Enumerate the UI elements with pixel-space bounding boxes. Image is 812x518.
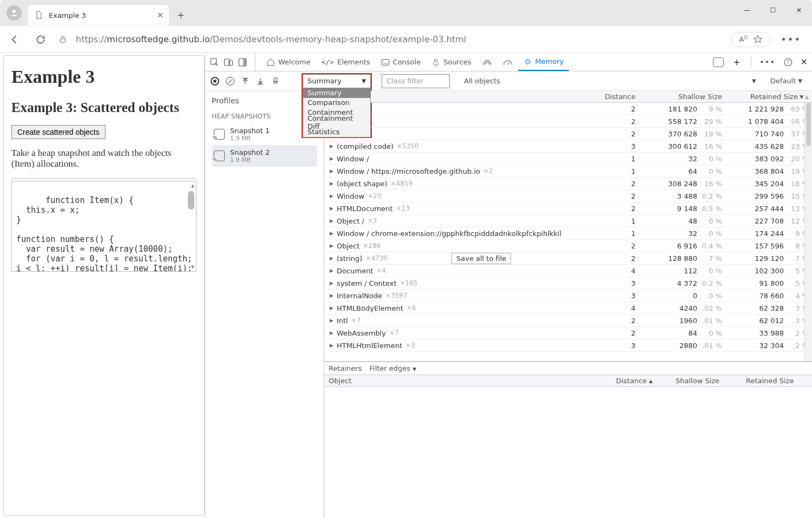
code-textarea[interactable]: function Item(x) { this.x = x; } functio… — [11, 181, 197, 272]
ret-col-object[interactable]: Object — [324, 377, 612, 385]
ret-col-shallow[interactable]: Shallow Size — [671, 377, 742, 385]
filter-edges-select[interactable]: Filter edges ▼ — [369, 364, 416, 372]
expand-icon[interactable]: ▶ — [330, 168, 333, 174]
record-icon[interactable] — [211, 77, 219, 86]
retainers-tab[interactable]: Retainers — [329, 364, 362, 372]
scrollbar-thumb[interactable] — [188, 191, 194, 209]
back-button[interactable] — [6, 31, 23, 48]
heap-row[interactable]: ▶HTMLHtmlElement×332880.01 %32 3042 % — [324, 339, 812, 352]
heap-row[interactable]: ▶HTMLBodyElement×644240.02 %62 3283 % — [324, 302, 812, 314]
tab-console[interactable]: Console — [376, 53, 427, 71]
expand-icon[interactable]: ▶ — [330, 318, 333, 323]
expand-icon[interactable]: ▶ — [330, 243, 333, 248]
perspective-select[interactable]: Default ▼ — [766, 77, 807, 85]
tab-welcome[interactable]: Welcome — [261, 53, 316, 71]
download-icon[interactable] — [256, 77, 265, 86]
scroll-up-icon[interactable]: ▲ — [191, 182, 194, 189]
expand-icon[interactable]: ▶ — [330, 181, 333, 186]
expand-icon[interactable]: ▶ — [330, 218, 333, 224]
more-icon[interactable]: ••• — [781, 34, 801, 45]
new-tab-button[interactable]: ＋ — [171, 8, 191, 22]
browser-tab[interactable]: Example 3 ✕ — [28, 5, 169, 25]
url-field[interactable]: https://microsoftedge.github.io/Demos/de… — [58, 34, 717, 44]
view-select[interactable]: Summary ▼ — [303, 74, 371, 88]
col-retained-size[interactable]: Retained Size ▼▲ — [725, 93, 812, 101]
dock-icon[interactable] — [238, 57, 247, 67]
gc-icon[interactable] — [271, 77, 280, 86]
profile-avatar[interactable] — [6, 5, 22, 21]
tab-elements[interactable]: </>Elements — [316, 53, 375, 71]
ret-col-retained[interactable]: Retained Size — [742, 377, 812, 385]
heap-row[interactable]: ▶WebAssembly×72840 %33 9882 % — [324, 327, 812, 339]
minimize-button[interactable]: ― — [734, 0, 760, 21]
expand-icon[interactable]: ▶ — [330, 330, 333, 336]
upload-icon[interactable] — [241, 77, 250, 86]
read-aloud-icon[interactable]: A)) — [739, 35, 748, 43]
heap-row[interactable]: ▶Window / chrome-extension://gpphkfbcpid… — [324, 227, 812, 240]
tab-title: Example 3 — [49, 11, 86, 19]
expand-icon[interactable]: ▶ — [330, 156, 333, 161]
window-controls: ― ☐ ✕ — [734, 0, 812, 21]
scrollbar[interactable] — [804, 103, 812, 361]
scroll-down-icon[interactable]: ▼ — [191, 264, 194, 270]
heap-row[interactable]: ▶Window / https://microsoftedge.github.i… — [324, 165, 812, 178]
close-devtools-icon[interactable]: ✕ — [801, 57, 808, 67]
close-tab-icon[interactable]: ✕ — [157, 11, 163, 19]
device-icon[interactable] — [224, 57, 233, 67]
objects-filter-select[interactable]: All objects ▼ — [464, 77, 759, 85]
heap-row[interactable]: ▶Window /1320 %383 09220 % — [324, 153, 812, 165]
expand-icon[interactable]: ▶ — [330, 255, 333, 261]
heap-row[interactable]: ▶(object shape)×48592308 24816 %345 2041… — [324, 178, 812, 190]
view-option-containment-diff[interactable]: Containment Diff — [303, 117, 370, 127]
tab-memory[interactable]: Memory — [518, 53, 569, 71]
expand-icon[interactable]: ▶ — [330, 280, 333, 286]
heap-row[interactable]: ▶(string)×4730Save all to file2128 8807 … — [324, 252, 812, 265]
expand-icon[interactable]: ▶ — [330, 231, 333, 236]
ret-col-distance[interactable]: Distance ▲ — [612, 377, 671, 385]
view-option-summary[interactable]: Summary — [303, 88, 370, 98]
memory-toolbar: Summary ▼ Summary Comparison Containment… — [205, 71, 812, 91]
create-objects-button[interactable]: Create scattered objects — [11, 125, 106, 139]
heap-row[interactable]: ▶2558 17229 %1 078 40456 % — [324, 115, 812, 128]
heap-row[interactable]: ▶Window×2023 4880.2 %299 59615 % — [324, 190, 812, 202]
expand-icon[interactable]: ▶ — [330, 268, 333, 273]
help-icon[interactable]: ? — [783, 57, 793, 67]
heap-row[interactable]: ▶Document×441120 %102 3005 % — [324, 265, 812, 277]
clear-icon[interactable] — [226, 77, 234, 86]
plus-icon[interactable]: ＋ — [731, 55, 742, 69]
heap-row[interactable]: ▶2181 8209 %1 221 92863 % — [324, 103, 812, 115]
snapshot-item-2[interactable]: Snapshot 21.9 MB — [212, 145, 317, 167]
heap-row[interactable]: ▶Intl×721960.01 %62 0123 % — [324, 314, 812, 327]
view-option-comparison[interactable]: Comparison — [303, 98, 370, 108]
heap-row[interactable]: ▶2370 62819 %710 74037 % — [324, 128, 812, 140]
expand-icon[interactable]: ▶ — [330, 293, 333, 298]
heap-row[interactable]: ▶(compiled code)×53503300 61216 %435 628… — [324, 140, 812, 153]
dock-side-icon[interactable] — [713, 57, 724, 67]
expand-icon[interactable]: ▶ — [330, 343, 333, 348]
snapshot-item-1[interactable]: Snapshot 11.9 MB — [212, 123, 317, 145]
col-distance[interactable]: Distance — [590, 93, 639, 101]
heap-snapshots-label: HEAP SNAPSHOTS — [212, 113, 317, 120]
heap-row[interactable]: ▶HTMLDocument×1329 1480.5 %257 44413 % — [324, 202, 812, 215]
expand-icon[interactable]: ▶ — [330, 206, 333, 211]
refresh-button[interactable] — [32, 31, 49, 48]
maximize-button[interactable]: ☐ — [760, 0, 786, 21]
tab-sources[interactable]: Sources — [426, 53, 476, 71]
scrollbar-thumb[interactable] — [806, 103, 811, 146]
tab-performance-icon[interactable] — [497, 53, 518, 71]
tab-network-icon[interactable] — [477, 53, 497, 71]
favorite-icon[interactable] — [753, 35, 763, 44]
heap-row[interactable]: ▶Object /×31480 %227 70812 % — [324, 215, 812, 227]
heap-row[interactable]: ▶Object×28626 9160.4 %157 5968 % — [324, 240, 812, 252]
close-window-button[interactable]: ✕ — [786, 0, 812, 21]
col-shallow-size[interactable]: Shallow Size — [639, 93, 725, 101]
expand-icon[interactable]: ▶ — [330, 143, 333, 149]
more-tools-icon[interactable]: ••• — [760, 58, 776, 66]
save-all-button[interactable]: Save all to file — [451, 253, 511, 264]
heap-row[interactable]: ▶system / Context×16534 3720.2 %91 8005 … — [324, 277, 812, 290]
inspect-icon[interactable] — [209, 57, 219, 67]
class-filter-input[interactable]: Class filter — [382, 74, 450, 88]
expand-icon[interactable]: ▶ — [330, 305, 333, 311]
expand-icon[interactable]: ▶ — [330, 193, 333, 199]
heap-row[interactable]: ▶InternalNode×3597300 %78 6604 % — [324, 290, 812, 302]
